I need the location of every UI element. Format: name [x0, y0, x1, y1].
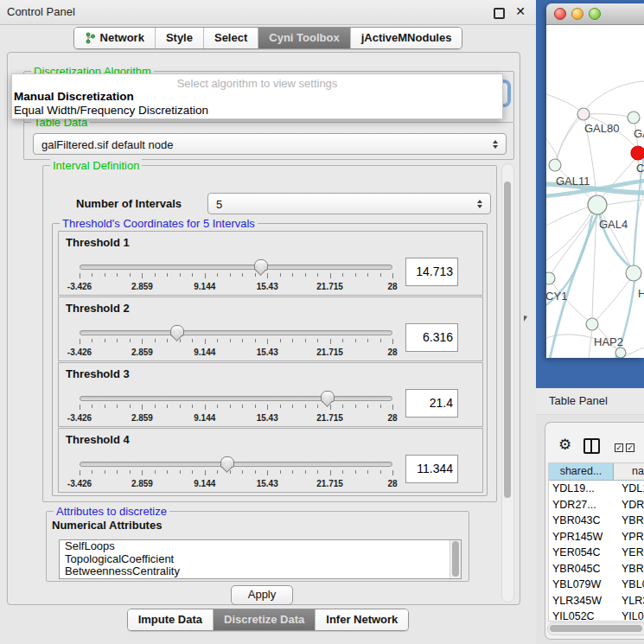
table-data-combobox[interactable]: galFiltered.sif default node: [33, 133, 507, 155]
slider-tick: [167, 339, 168, 342]
list-scrollbar[interactable]: [450, 540, 461, 578]
slider-thumb[interactable]: [170, 325, 184, 336]
slider-track[interactable]: [80, 462, 392, 467]
slider-thumb[interactable]: [321, 391, 335, 402]
table-horizontal-scrollbar[interactable]: [547, 622, 644, 635]
network-node[interactable]: [549, 159, 561, 171]
zoom-traffic-light[interactable]: [589, 8, 601, 20]
list-item[interactable]: SelfLoops: [60, 540, 461, 553]
network-graph[interactable]: GAL80GACGAL11GAL4GCY1HHAP2: [546, 25, 644, 358]
slider-track[interactable]: [80, 396, 392, 401]
threshold-value-field[interactable]: 6.316: [405, 323, 458, 352]
table-row[interactable]: YDL19...YDL1: [549, 481, 644, 497]
column-header-shared-name[interactable]: shared...: [549, 463, 614, 480]
node-label: HAP2: [594, 335, 623, 348]
cell-name: YBR0: [616, 561, 644, 577]
cell-shared-name: YPR145W: [549, 529, 616, 545]
table-row[interactable]: YPR145WYPR1: [549, 529, 644, 545]
scrollbar-thumb[interactable]: [504, 182, 511, 498]
dropdown-item-equal-width-frequency[interactable]: Equal Width/Frequency Discretization: [14, 104, 208, 117]
table-row[interactable]: YIL052CYIL0: [549, 609, 644, 622]
node-label: GAL4: [599, 218, 628, 231]
scrollbar-thumb[interactable]: [550, 625, 642, 632]
network-node[interactable]: [546, 272, 555, 284]
slider-tick: [92, 273, 92, 277]
node-label: C: [636, 162, 644, 175]
table-row[interactable]: YBR045CYBR0: [549, 561, 644, 577]
list-item[interactable]: TopologicalCoefficient: [60, 553, 461, 566]
select-check-icon[interactable]: ✓: [626, 443, 634, 452]
threshold-value-field[interactable]: 11.344: [405, 455, 458, 483]
tab-label: jActiveMNodules: [361, 31, 452, 44]
columns-icon[interactable]: [583, 438, 600, 454]
float-icon[interactable]: [494, 8, 505, 19]
tick-label: 28: [387, 348, 397, 357]
slider-tick: [205, 273, 206, 278]
network-node[interactable]: [615, 348, 626, 358]
tab-infer-network[interactable]: Infer Network: [315, 609, 408, 630]
numerical-attributes-list[interactable]: SelfLoopsTopologicalCoefficientBetweenne…: [59, 539, 462, 579]
tick-label: 28: [387, 413, 397, 423]
list-item[interactable]: BetweennessCentrality: [60, 565, 461, 578]
slider-tick: [305, 470, 306, 474]
network-node[interactable]: [628, 112, 640, 124]
node-label: GAL11: [556, 175, 590, 188]
cell-name: YBR0: [616, 513, 644, 529]
slider-tick: [155, 273, 156, 277]
number-of-intervals-combobox[interactable]: 5: [207, 193, 491, 214]
table-row[interactable]: YBL079WYBL0: [549, 577, 644, 593]
select-all-check-icon[interactable]: ✓: [615, 443, 623, 452]
slider-tick: [155, 470, 156, 474]
tick-label: 15.43: [257, 479, 278, 488]
network-canvas[interactable]: GAL80GACGAL11GAL4GCY1HHAP2: [546, 25, 644, 358]
slider-thumb[interactable]: [254, 259, 268, 271]
slider-tick: [105, 273, 105, 277]
tab-cyni-toolbox[interactable]: Cyni Toolbox: [258, 28, 349, 48]
network-edge: [590, 114, 629, 117]
slider-tick: [192, 273, 193, 277]
slider-track[interactable]: [80, 265, 392, 270]
panel-title: Control Panel: [7, 0, 75, 24]
minimize-traffic-light[interactable]: [571, 8, 583, 20]
slider-tick: [342, 470, 343, 474]
slider-tick: [242, 339, 243, 342]
close-traffic-light[interactable]: [554, 8, 566, 20]
slider-tick: [105, 339, 105, 342]
network-node[interactable]: [577, 108, 590, 120]
panel-scrollbar[interactable]: [501, 163, 514, 603]
threshold-slider-1[interactable]: -3.4262.8599.14415.4321.71528: [80, 259, 392, 292]
threshold-panel-4: Threshold 4-3.4262.8599.14415.4321.71528…: [58, 428, 483, 493]
network-node[interactable]: [586, 318, 598, 330]
slider-tick: [255, 405, 256, 408]
combobox-value: galFiltered.sif default node: [41, 137, 173, 150]
gear-icon[interactable]: ⚙: [558, 437, 571, 452]
tab-network[interactable]: Network: [74, 28, 155, 48]
dropdown-item-manual-discretization[interactable]: Manual Discretization: [14, 90, 134, 103]
network-node[interactable]: [588, 195, 607, 214]
tick-label: 28: [387, 282, 397, 291]
network-node[interactable]: [626, 265, 641, 281]
tab-discretize-data[interactable]: Discretize Data: [213, 609, 315, 630]
threshold-slider-2[interactable]: -3.4262.8599.14415.4321.71528: [80, 325, 392, 358]
slider-thumb[interactable]: [220, 456, 234, 468]
threshold-slider-4[interactable]: -3.4262.8599.14415.4321.71528: [80, 456, 392, 489]
table-row[interactable]: YBR043CYBR0: [549, 513, 644, 529]
table-row[interactable]: YDR27...YDR2: [549, 497, 644, 513]
slider-track[interactable]: [80, 330, 392, 335]
threshold-value-field[interactable]: 14.713: [405, 258, 458, 286]
column-header-name[interactable]: na: [614, 463, 644, 480]
tab-style[interactable]: Style: [155, 28, 203, 48]
network-node[interactable]: [631, 146, 644, 160]
tab-select[interactable]: Select: [203, 28, 258, 48]
threshold-value-field[interactable]: 21.4: [405, 389, 458, 418]
tab-jactivemnodules[interactable]: jActiveMNodules: [350, 28, 462, 48]
slider-tick: [167, 273, 168, 277]
close-icon[interactable]: ✕: [515, 4, 526, 18]
slider-tick: [142, 470, 143, 475]
apply-button[interactable]: Apply: [231, 585, 293, 605]
tab-impute-data[interactable]: Impute Data: [128, 609, 213, 630]
table-row[interactable]: YLR345WYLR3: [549, 593, 644, 609]
table-row[interactable]: YER054CYER0: [549, 545, 644, 561]
slider-tick: [205, 470, 206, 475]
threshold-slider-3[interactable]: -3.4262.8599.14415.4321.71528: [80, 391, 392, 424]
